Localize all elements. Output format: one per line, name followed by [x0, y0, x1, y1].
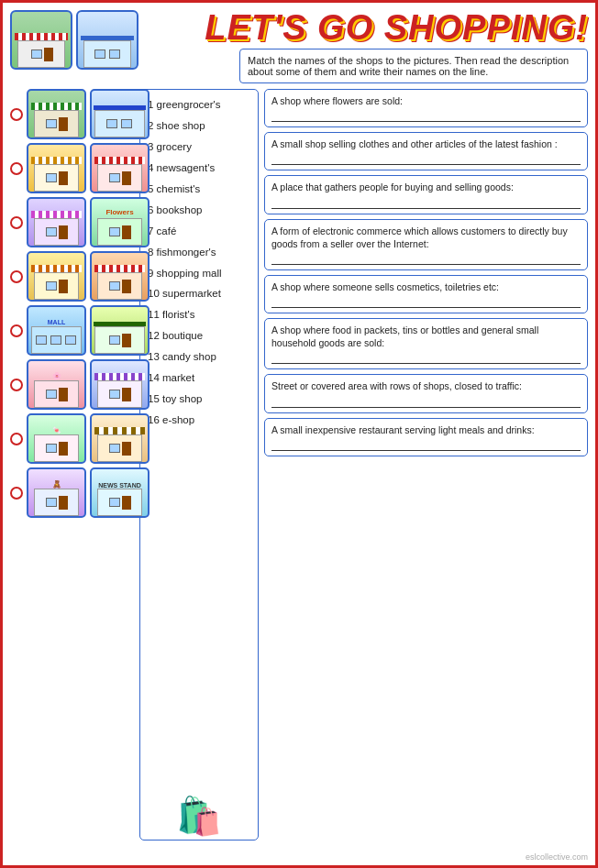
left-shop-thumbnails: Flowers	[10, 89, 134, 845]
radio-2[interactable]	[10, 162, 23, 175]
title-block: LET'S GO SHOPPING! Match the names of th…	[146, 10, 588, 83]
desc-text-1: A shop where flowers are sold:	[271, 94, 581, 107]
radio-3[interactable]	[10, 216, 23, 229]
desc-box-6: A shop where food in packets, tins or bo…	[264, 318, 588, 369]
desc-box-8: A small inexpensive restaurant serving l…	[264, 418, 588, 456]
shop-list-item-11: 11 florist's	[148, 305, 250, 324]
shop-thumb-8	[90, 251, 150, 302]
shop-list-item-12: 12 boutique	[148, 326, 250, 346]
radio-7[interactable]	[10, 433, 23, 445]
desc-text-8: A small inexpensive restaurant serving l…	[271, 423, 581, 436]
shop-thumb-16: NEWS STAND	[90, 467, 150, 518]
header-shop-1	[10, 10, 72, 70]
shop-list-item-8: 8 fishmonger's	[148, 243, 250, 262]
watermark: eslcollective.com	[526, 852, 588, 862]
instruction-box: Match the names of the shops to the pict…	[239, 49, 588, 83]
shop-list-item-4: 4 newsagent's	[148, 159, 250, 178]
shop-list: 1 greengrocer's 2 shoe shop 3 grocery 4 …	[139, 89, 259, 841]
shop-thumb-3	[27, 143, 86, 193]
desc-box-3: A place that gathers people for buying a…	[264, 175, 588, 214]
character-illustration: 🛍️	[176, 797, 222, 834]
shop-list-item-16: 16 e-shop	[148, 411, 250, 430]
desc-text-5: A shop where someone sells cosmetics, to…	[271, 280, 581, 293]
shop-row-4	[10, 251, 134, 302]
desc-text-2: A small shop selling clothes and other a…	[271, 137, 581, 150]
shop-thumb-9: MALL	[27, 305, 86, 356]
header-shop-images	[10, 10, 138, 70]
header-shop-2	[76, 10, 138, 70]
shop-thumb-15: 🧸	[27, 467, 86, 518]
shop-list-item-1: 1 greengrocer's	[148, 95, 250, 115]
desc-box-7: Street or covered area with rows of shop…	[264, 374, 588, 412]
radio-5[interactable]	[10, 324, 23, 337]
page-title: LET'S GO SHOPPING!	[205, 10, 588, 45]
shop-list-item-5: 5 chemist's	[148, 180, 250, 199]
shop-row-5: MALL	[10, 305, 134, 356]
desc-text-4: A form of electronic commerce which allo…	[271, 225, 581, 250]
radio-8[interactable]	[10, 487, 23, 500]
shop-list-item-2: 2 shoe shop	[148, 116, 250, 136]
desc-text-7: Street or covered area with rows of shop…	[271, 379, 581, 392]
shop-row-8: 🧸 NEWS STAND	[10, 467, 134, 518]
shop-list-item-14: 14 market	[148, 368, 250, 388]
shop-list-item-15: 15 toy shop	[148, 390, 250, 409]
shop-row-2	[10, 143, 134, 193]
answer-line-4[interactable]	[271, 254, 581, 265]
answer-line-8[interactable]	[271, 440, 581, 451]
radio-1[interactable]	[10, 108, 23, 121]
shop-thumb-12	[90, 359, 150, 410]
answer-line-5[interactable]	[271, 297, 581, 308]
desc-box-1: A shop where flowers are sold:	[264, 89, 588, 127]
shop-thumb-1	[27, 89, 86, 139]
radio-6[interactable]	[10, 379, 23, 391]
shop-thumb-10	[90, 305, 150, 356]
descriptions-column: A shop where flowers are sold: A small s…	[264, 89, 588, 845]
shop-row-7: 🍬	[10, 413, 134, 464]
shop-thumb-2	[90, 89, 150, 139]
shop-thumb-14	[90, 413, 150, 464]
header: LET'S GO SHOPPING! Match the names of th…	[10, 10, 588, 83]
main-content: Flowers	[10, 89, 588, 845]
shop-list-item-13: 13 candy shop	[148, 347, 250, 367]
shop-thumb-5	[27, 197, 86, 247]
shop-thumb-7	[27, 251, 86, 302]
instruction-text: Match the names of the shops to the pict…	[248, 55, 569, 77]
shop-thumb-13: 🍬	[27, 413, 86, 464]
desc-text-6: A shop where food in packets, tins or bo…	[271, 324, 581, 349]
shop-list-item-6: 6 bookshop	[148, 201, 250, 220]
answer-line-2[interactable]	[271, 154, 581, 165]
shop-row-6: 🌸	[10, 359, 134, 410]
shop-row-1	[10, 89, 134, 139]
desc-text-3: A place that gathers people for buying a…	[271, 181, 581, 193]
shop-list-item-7: 7 café	[148, 222, 250, 241]
shop-thumb-6: Flowers	[90, 197, 150, 247]
shop-list-item-10: 10 supermarket	[148, 284, 250, 303]
desc-box-5: A shop where someone sells cosmetics, to…	[264, 275, 588, 313]
answer-line-6[interactable]	[271, 353, 581, 364]
desc-box-4: A form of electronic commerce which allo…	[264, 219, 588, 270]
shop-thumb-11: 🌸	[27, 359, 86, 410]
shop-row-3: Flowers	[10, 197, 134, 247]
shop-thumb-4	[90, 143, 150, 193]
radio-4[interactable]	[10, 270, 23, 283]
page: LET'S GO SHOPPING! Match the names of th…	[0, 0, 598, 868]
shop-list-item-3: 3 grocery	[148, 137, 250, 157]
shop-list-item-9: 9 shopping mall	[148, 264, 250, 283]
answer-line-3[interactable]	[271, 198, 581, 209]
answer-line-7[interactable]	[271, 397, 581, 408]
desc-box-2: A small shop selling clothes and other a…	[264, 132, 588, 170]
answer-line-1[interactable]	[271, 111, 581, 122]
